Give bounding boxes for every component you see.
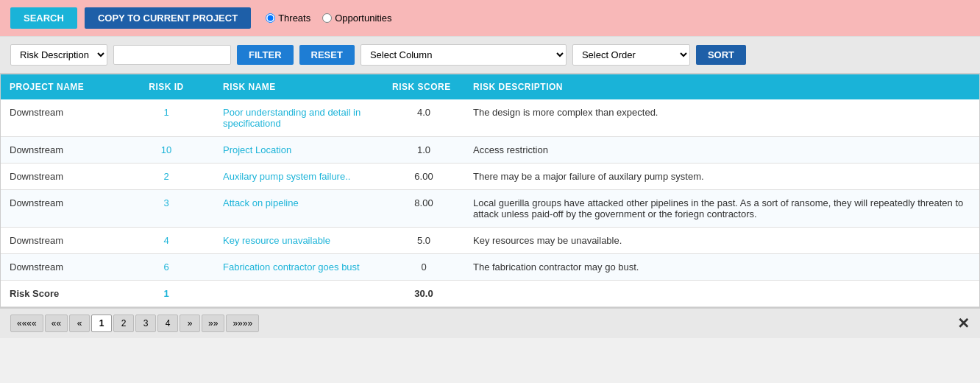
sort-button[interactable]: SORT <box>696 45 746 65</box>
prev2-page-button[interactable]: «« <box>45 315 68 332</box>
opportunities-radio-label[interactable]: Opportunities <box>322 13 391 24</box>
cell-risk-score: 4.0 <box>383 99 464 137</box>
risk-type-selector: Threats Opportunities <box>266 13 391 24</box>
cell-risk-score: 6.00 <box>383 164 464 190</box>
cell-risk-name[interactable]: Poor understanding and detail in specifi… <box>214 99 383 137</box>
risk-table-container: PROJECT NAME RISK ID RISK NAME RISK SCOR… <box>0 74 980 308</box>
cell-project-name: Downstream <box>1 164 118 190</box>
table-row: Downstream3Attack on pipeline8.00Local g… <box>1 190 979 228</box>
cell-risk-score: 8.00 <box>383 190 464 228</box>
header-risk-description: RISK DESCRIPTION <box>464 74 979 99</box>
threats-radio-label[interactable]: Threats <box>266 13 310 24</box>
next-page-button[interactable]: » <box>180 315 200 332</box>
pagination-bar: «««« «« « 1 2 3 4 » »» »»»» ✕ <box>0 308 980 338</box>
cell-project-name: Downstream <box>1 137 118 164</box>
cell-risk-description: Access restriction <box>464 137 979 164</box>
header-project-name: PROJECT NAME <box>1 74 118 99</box>
risk-name-link[interactable]: Auxilary pump system failure.. <box>223 171 350 182</box>
cell-risk-score: 30.0 <box>383 281 464 307</box>
cell-risk-description <box>464 281 979 307</box>
last-page-button[interactable]: »»»» <box>226 315 259 332</box>
select-column-dropdown[interactable]: Select Column <box>361 44 567 66</box>
page-2-button[interactable]: 2 <box>113 315 134 332</box>
threats-label: Threats <box>278 13 310 24</box>
cell-risk-name[interactable]: Key resource unavailable <box>214 228 383 254</box>
cell-risk-id: 1 <box>118 99 214 137</box>
copy-button[interactable]: COPY TO CURRENT PROJECT <box>85 7 251 29</box>
table-row: Risk Score130.0 <box>1 281 979 307</box>
select-order-dropdown[interactable]: Select Order <box>572 44 690 66</box>
page-3-button[interactable]: 3 <box>135 315 156 332</box>
prev-page-button[interactable]: « <box>69 315 90 332</box>
cell-risk-score: 5.0 <box>383 228 464 254</box>
cell-project-name: Downstream <box>1 228 118 254</box>
cell-risk-name[interactable]: Auxilary pump system failure.. <box>214 164 383 190</box>
cell-risk-description: The design is more complex than expected… <box>464 99 979 137</box>
cell-risk-id: 10 <box>118 137 214 164</box>
table-row: Downstream6Fabrication contractor goes b… <box>1 254 979 281</box>
table-row: Downstream4Key resource unavailable5.0Ke… <box>1 228 979 254</box>
header-risk-id: RISK ID <box>118 74 214 99</box>
cell-project-name: Downstream <box>1 254 118 281</box>
filter-bar: Risk Description Risk ID Risk Name Risk … <box>0 37 980 74</box>
cell-risk-name[interactable]: Fabrication contractor goes bust <box>214 254 383 281</box>
search-button[interactable]: SEARCH <box>10 7 77 29</box>
threats-radio[interactable] <box>266 13 275 23</box>
first-page-button[interactable]: «««« <box>10 315 43 332</box>
page-4-button[interactable]: 4 <box>157 315 178 332</box>
page-1-button[interactable]: 1 <box>91 315 112 332</box>
reset-button[interactable]: RESET <box>299 45 355 65</box>
cell-risk-name <box>214 281 383 307</box>
cell-risk-description: Key resources may be unavailable. <box>464 228 979 254</box>
cell-risk-description: Local guerilla groups have attacked othe… <box>464 190 979 228</box>
cell-risk-id: 2 <box>118 164 214 190</box>
cell-project-name: Downstream <box>1 99 118 137</box>
opportunities-label: Opportunities <box>335 13 391 24</box>
risk-name-link[interactable]: Key resource unavailable <box>223 235 330 246</box>
cell-risk-name[interactable]: Project Location <box>214 137 383 164</box>
close-button[interactable]: ✕ <box>957 315 970 332</box>
cell-risk-score: 1.0 <box>383 137 464 164</box>
next2-page-button[interactable]: »» <box>202 315 224 332</box>
top-bar: SEARCH COPY TO CURRENT PROJECT Threats O… <box>0 0 980 37</box>
cell-risk-id: 3 <box>118 190 214 228</box>
table-row: Downstream2Auxilary pump system failure.… <box>1 164 979 190</box>
cell-risk-description: The fabrication contractor may go bust. <box>464 254 979 281</box>
table-row: Downstream10Project Location1.0Access re… <box>1 137 979 164</box>
cell-project-name: Risk Score <box>1 281 118 307</box>
cell-risk-id: 6 <box>118 254 214 281</box>
cell-project-name: Downstream <box>1 190 118 228</box>
opportunities-radio[interactable] <box>322 13 332 23</box>
risk-name-link[interactable]: Poor understanding and detail in specifi… <box>223 107 361 129</box>
cell-risk-description: There may be a major failure of auxilary… <box>464 164 979 190</box>
header-risk-score: RISK SCORE <box>383 74 464 99</box>
cell-risk-id: 4 <box>118 228 214 254</box>
cell-risk-id: 1 <box>118 281 214 307</box>
table-header-row: PROJECT NAME RISK ID RISK NAME RISK SCOR… <box>1 74 979 99</box>
risk-name-link[interactable]: Attack on pipeline <box>223 197 299 208</box>
header-risk-name: RISK NAME <box>214 74 383 99</box>
risk-name-link[interactable]: Fabrication contractor goes bust <box>223 261 360 273</box>
filter-value-input[interactable] <box>113 45 231 65</box>
filter-field-select[interactable]: Risk Description Risk ID Risk Name Risk … <box>10 44 107 66</box>
risk-table: PROJECT NAME RISK ID RISK NAME RISK SCOR… <box>1 74 979 307</box>
table-row: Downstream1Poor understanding and detail… <box>1 99 979 137</box>
cell-risk-name[interactable]: Attack on pipeline <box>214 190 383 228</box>
filter-button[interactable]: FILTER <box>237 45 294 65</box>
risk-name-link[interactable]: Project Location <box>223 144 291 155</box>
cell-risk-score: 0 <box>383 254 464 281</box>
pagination-controls: «««« «« « 1 2 3 4 » »» »»»» <box>10 315 259 332</box>
